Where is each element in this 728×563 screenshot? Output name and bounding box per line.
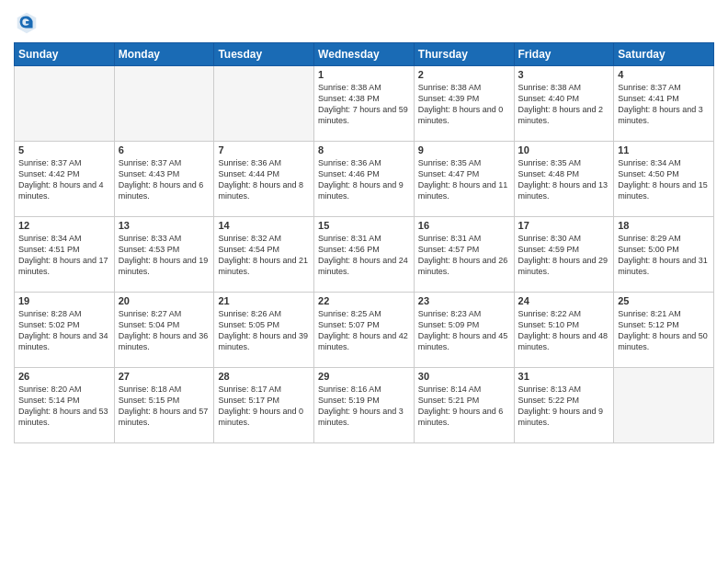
day-number: 29 [318, 371, 410, 382]
day-number: 6 [119, 144, 210, 155]
calendar-cell: 21Sunrise: 8:26 AM Sunset: 5:05 PM Dayli… [214, 293, 314, 368]
day-info: Sunrise: 8:35 AM Sunset: 4:48 PM Dayligh… [518, 157, 610, 202]
day-number: 21 [218, 295, 310, 306]
day-info: Sunrise: 8:38 AM Sunset: 4:38 PM Dayligh… [318, 82, 410, 127]
day-number: 13 [119, 220, 210, 231]
day-info: Sunrise: 8:34 AM Sunset: 4:51 PM Dayligh… [18, 233, 110, 278]
page: SundayMondayTuesdayWednesdayThursdayFrid… [0, 0, 728, 563]
day-info: Sunrise: 8:13 AM Sunset: 5:22 PM Dayligh… [518, 384, 610, 429]
calendar-cell: 31Sunrise: 8:13 AM Sunset: 5:22 PM Dayli… [514, 368, 614, 443]
calendar-cell: 23Sunrise: 8:23 AM Sunset: 5:09 PM Dayli… [414, 293, 514, 368]
calendar-cell: 27Sunrise: 8:18 AM Sunset: 5:15 PM Dayli… [114, 368, 214, 443]
day-number: 10 [518, 144, 610, 155]
calendar-cell: 11Sunrise: 8:34 AM Sunset: 4:50 PM Dayli… [614, 142, 714, 217]
day-number: 18 [618, 220, 710, 231]
day-number: 23 [418, 295, 510, 306]
day-info: Sunrise: 8:20 AM Sunset: 5:14 PM Dayligh… [18, 384, 110, 429]
calendar-cell: 9Sunrise: 8:35 AM Sunset: 4:47 PM Daylig… [414, 142, 514, 217]
day-info: Sunrise: 8:28 AM Sunset: 5:02 PM Dayligh… [18, 308, 110, 353]
calendar-cell [614, 368, 714, 443]
day-number: 20 [119, 295, 210, 306]
day-info: Sunrise: 8:31 AM Sunset: 4:57 PM Dayligh… [418, 233, 510, 278]
calendar-cell: 6Sunrise: 8:37 AM Sunset: 4:43 PM Daylig… [114, 142, 214, 217]
weekday-header-friday: Friday [514, 43, 614, 66]
calendar-cell: 25Sunrise: 8:21 AM Sunset: 5:12 PM Dayli… [614, 293, 714, 368]
day-number: 30 [418, 371, 510, 382]
day-info: Sunrise: 8:25 AM Sunset: 5:07 PM Dayligh… [318, 308, 410, 353]
day-number: 24 [518, 295, 610, 306]
day-number: 17 [518, 220, 610, 231]
day-number: 28 [218, 371, 310, 382]
day-number: 12 [18, 220, 110, 231]
calendar-cell [15, 66, 115, 142]
logo [14, 9, 43, 35]
day-number: 16 [418, 220, 510, 231]
weekday-header-monday: Monday [114, 43, 214, 66]
day-info: Sunrise: 8:26 AM Sunset: 5:05 PM Dayligh… [218, 308, 310, 353]
calendar-cell [114, 66, 214, 142]
day-info: Sunrise: 8:36 AM Sunset: 4:44 PM Dayligh… [218, 157, 310, 202]
day-info: Sunrise: 8:37 AM Sunset: 4:42 PM Dayligh… [18, 157, 110, 202]
day-number: 4 [618, 69, 710, 80]
calendar-cell: 22Sunrise: 8:25 AM Sunset: 5:07 PM Dayli… [314, 293, 415, 368]
day-number: 15 [318, 220, 410, 231]
day-info: Sunrise: 8:30 AM Sunset: 4:59 PM Dayligh… [518, 233, 610, 278]
calendar-cell: 29Sunrise: 8:16 AM Sunset: 5:19 PM Dayli… [314, 368, 415, 443]
header [14, 9, 714, 35]
day-info: Sunrise: 8:17 AM Sunset: 5:17 PM Dayligh… [218, 384, 310, 429]
calendar-cell: 18Sunrise: 8:29 AM Sunset: 5:00 PM Dayli… [614, 217, 714, 293]
day-info: Sunrise: 8:14 AM Sunset: 5:21 PM Dayligh… [418, 384, 510, 429]
calendar-cell: 26Sunrise: 8:20 AM Sunset: 5:14 PM Dayli… [15, 368, 115, 443]
day-info: Sunrise: 8:29 AM Sunset: 5:00 PM Dayligh… [618, 233, 710, 278]
day-info: Sunrise: 8:21 AM Sunset: 5:12 PM Dayligh… [618, 308, 710, 353]
day-info: Sunrise: 8:33 AM Sunset: 4:53 PM Dayligh… [119, 233, 210, 278]
weekday-header-tuesday: Tuesday [214, 43, 314, 66]
day-number: 9 [418, 144, 510, 155]
calendar-week-5: 26Sunrise: 8:20 AM Sunset: 5:14 PM Dayli… [15, 368, 714, 443]
calendar-cell: 15Sunrise: 8:31 AM Sunset: 4:56 PM Dayli… [314, 217, 415, 293]
calendar-table: SundayMondayTuesdayWednesdayThursdayFrid… [14, 42, 714, 443]
calendar-cell: 1Sunrise: 8:38 AM Sunset: 4:38 PM Daylig… [314, 66, 415, 142]
day-info: Sunrise: 8:32 AM Sunset: 4:54 PM Dayligh… [218, 233, 310, 278]
calendar-cell: 30Sunrise: 8:14 AM Sunset: 5:21 PM Dayli… [414, 368, 514, 443]
day-info: Sunrise: 8:36 AM Sunset: 4:46 PM Dayligh… [318, 157, 410, 202]
calendar-week-3: 12Sunrise: 8:34 AM Sunset: 4:51 PM Dayli… [15, 217, 714, 293]
calendar-cell: 19Sunrise: 8:28 AM Sunset: 5:02 PM Dayli… [15, 293, 115, 368]
calendar-cell: 8Sunrise: 8:36 AM Sunset: 4:46 PM Daylig… [314, 142, 415, 217]
day-number: 3 [518, 69, 610, 80]
weekday-header-thursday: Thursday [414, 43, 514, 66]
day-number: 5 [18, 144, 110, 155]
calendar-week-2: 5Sunrise: 8:37 AM Sunset: 4:42 PM Daylig… [15, 142, 714, 217]
calendar-cell [214, 66, 314, 142]
logo-icon [14, 9, 40, 35]
day-info: Sunrise: 8:16 AM Sunset: 5:19 PM Dayligh… [318, 384, 410, 429]
day-info: Sunrise: 8:31 AM Sunset: 4:56 PM Dayligh… [318, 233, 410, 278]
day-info: Sunrise: 8:35 AM Sunset: 4:47 PM Dayligh… [418, 157, 510, 202]
day-info: Sunrise: 8:34 AM Sunset: 4:50 PM Dayligh… [618, 157, 710, 202]
calendar-cell: 24Sunrise: 8:22 AM Sunset: 5:10 PM Dayli… [514, 293, 614, 368]
day-number: 25 [618, 295, 710, 306]
calendar-cell: 28Sunrise: 8:17 AM Sunset: 5:17 PM Dayli… [214, 368, 314, 443]
day-info: Sunrise: 8:18 AM Sunset: 5:15 PM Dayligh… [119, 384, 210, 429]
day-number: 8 [318, 144, 410, 155]
weekday-header-row: SundayMondayTuesdayWednesdayThursdayFrid… [15, 43, 714, 66]
weekday-header-sunday: Sunday [15, 43, 115, 66]
day-number: 27 [119, 371, 210, 382]
day-number: 7 [218, 144, 310, 155]
day-info: Sunrise: 8:22 AM Sunset: 5:10 PM Dayligh… [518, 308, 610, 353]
day-info: Sunrise: 8:23 AM Sunset: 5:09 PM Dayligh… [418, 308, 510, 353]
day-number: 31 [518, 371, 610, 382]
calendar-cell: 20Sunrise: 8:27 AM Sunset: 5:04 PM Dayli… [114, 293, 214, 368]
day-number: 22 [318, 295, 410, 306]
calendar-cell: 14Sunrise: 8:32 AM Sunset: 4:54 PM Dayli… [214, 217, 314, 293]
weekday-header-saturday: Saturday [614, 43, 714, 66]
day-info: Sunrise: 8:38 AM Sunset: 4:40 PM Dayligh… [518, 82, 610, 127]
calendar-cell: 13Sunrise: 8:33 AM Sunset: 4:53 PM Dayli… [114, 217, 214, 293]
day-info: Sunrise: 8:38 AM Sunset: 4:39 PM Dayligh… [418, 82, 510, 127]
calendar-cell: 3Sunrise: 8:38 AM Sunset: 4:40 PM Daylig… [514, 66, 614, 142]
day-number: 1 [318, 69, 410, 80]
calendar-cell: 12Sunrise: 8:34 AM Sunset: 4:51 PM Dayli… [15, 217, 115, 293]
day-number: 11 [618, 144, 710, 155]
day-info: Sunrise: 8:37 AM Sunset: 4:43 PM Dayligh… [119, 157, 210, 202]
calendar-cell: 10Sunrise: 8:35 AM Sunset: 4:48 PM Dayli… [514, 142, 614, 217]
